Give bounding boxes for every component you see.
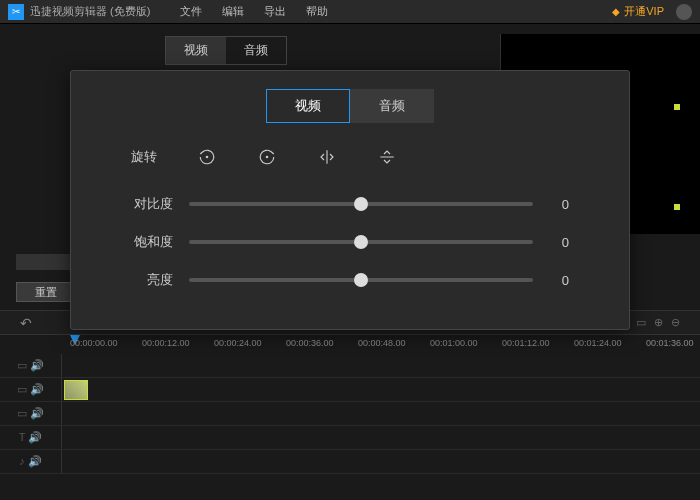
video-clip[interactable]	[64, 380, 88, 400]
saturation-value: 0	[549, 235, 569, 250]
adjust-modal: 视频 音频 旋转 对比度 0 饱和度 0 亮度 0	[70, 70, 630, 330]
undo-icon[interactable]: ↶	[20, 315, 32, 331]
modal-tab-video[interactable]: 视频	[266, 89, 350, 123]
track-body[interactable]	[62, 426, 700, 449]
timeline-tracks: ▭ 🔊 ▭ 🔊 ▭ 🔊 T 🔊 ♪ 🔊	[0, 354, 700, 500]
saturation-slider[interactable]	[189, 240, 533, 244]
flip-horizontal-icon[interactable]	[317, 147, 337, 167]
panel-tab-audio[interactable]: 音频	[226, 37, 286, 64]
contrast-value: 0	[549, 197, 569, 212]
rotate-cw-icon[interactable]	[257, 147, 277, 167]
slider-thumb[interactable]	[354, 273, 368, 287]
track-body[interactable]	[62, 378, 700, 401]
slider-thumb[interactable]	[354, 197, 368, 211]
modal-tab-audio[interactable]: 音频	[350, 89, 434, 123]
app-title: 迅捷视频剪辑器 (免费版)	[30, 4, 150, 19]
app-logo: ✂	[8, 4, 24, 20]
track-head-video[interactable]: ▭ 🔊	[0, 354, 62, 377]
user-icon[interactable]	[676, 4, 692, 20]
time-mark: 00:01:12.00	[502, 338, 550, 348]
time-mark: 00:00:12.00	[142, 338, 190, 348]
time-mark: 00:00:36.00	[286, 338, 334, 348]
svg-point-1	[266, 156, 268, 158]
contrast-label: 对比度	[131, 195, 173, 213]
brightness-label: 亮度	[131, 271, 173, 289]
preview-marker	[674, 204, 680, 210]
brightness-slider[interactable]	[189, 278, 533, 282]
track-body[interactable]	[62, 450, 700, 473]
tool-icon[interactable]: ⊕	[654, 316, 663, 329]
track-body[interactable]	[62, 354, 700, 377]
preview-marker	[674, 104, 680, 110]
timeline-ruler[interactable]: 00:00:00.0000:00:12.0000:00:24.0000:00:3…	[0, 334, 700, 354]
track-head-text[interactable]: T 🔊	[0, 426, 62, 449]
flip-vertical-icon[interactable]	[377, 147, 397, 167]
panel-tab-video[interactable]: 视频	[166, 37, 226, 64]
menu-export[interactable]: 导出	[264, 4, 286, 19]
track-head-video[interactable]: ▭ 🔊	[0, 402, 62, 425]
track-head-video[interactable]: ▭ 🔊	[0, 378, 62, 401]
time-mark: 00:01:00.00	[430, 338, 478, 348]
menu-edit[interactable]: 编辑	[222, 4, 244, 19]
menu-help[interactable]: 帮助	[306, 4, 328, 19]
menu-file[interactable]: 文件	[180, 4, 202, 19]
slider-thumb[interactable]	[354, 235, 368, 249]
side-list-item[interactable]	[16, 254, 76, 270]
saturation-label: 饱和度	[131, 233, 173, 251]
time-mark: 00:00:48.00	[358, 338, 406, 348]
time-mark: 00:01:24.00	[574, 338, 622, 348]
track-head-audio[interactable]: ♪ 🔊	[0, 450, 62, 473]
reset-button[interactable]: 重置	[16, 282, 76, 302]
svg-point-0	[206, 156, 208, 158]
time-mark: 00:01:36.00	[646, 338, 694, 348]
contrast-slider[interactable]	[189, 202, 533, 206]
rotate-label: 旋转	[131, 148, 157, 166]
tool-icon[interactable]: ▭	[636, 316, 646, 329]
time-mark: 00:00:24.00	[214, 338, 262, 348]
track-body[interactable]	[62, 402, 700, 425]
vip-button[interactable]: 开通VIP	[612, 4, 664, 19]
brightness-value: 0	[549, 273, 569, 288]
rotate-ccw-icon[interactable]	[197, 147, 217, 167]
tool-icon[interactable]: ⊖	[671, 316, 680, 329]
time-mark: 00:00:00.00	[70, 338, 118, 348]
